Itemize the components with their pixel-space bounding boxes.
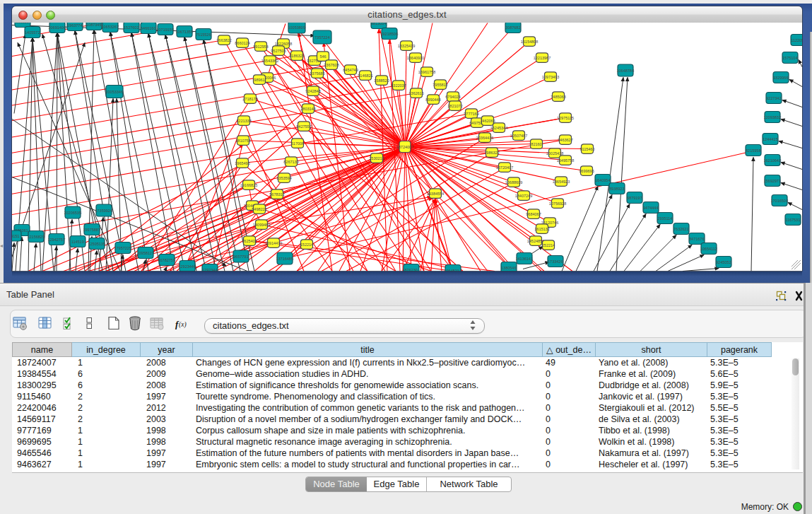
svg-text:12213967: 12213967 [534,55,551,59]
svg-text:10654112: 10654112 [700,246,717,250]
svg-text:16543362: 16543362 [261,58,278,62]
svg-text:1963774: 1963774 [67,23,82,27]
svg-text:8912954: 8912954 [253,44,268,48]
svg-text:8322037: 8322037 [391,83,406,87]
svg-text:7955812: 7955812 [433,82,447,86]
svg-text:7663822: 7663822 [216,37,231,42]
svg-text:1244415: 1244415 [763,136,777,141]
svg-text:16210643: 16210643 [764,158,781,162]
svg-text:546: 546 [319,54,326,58]
svg-text:12156829: 12156829 [28,234,45,238]
svg-text:8990443: 8990443 [425,97,440,101]
svg-text:1588520: 1588520 [374,78,389,82]
svg-text:20206535: 20206535 [64,210,81,214]
svg-text:1527602: 1527602 [124,25,139,29]
svg-text:2367608: 2367608 [324,62,339,66]
svg-text:10507487: 10507487 [510,133,527,137]
svg-text:1733426: 1733426 [548,259,563,263]
svg-text:10671355: 10671355 [176,29,193,33]
svg-text:14099489: 14099489 [253,222,270,226]
svg-text:1362615: 1362615 [408,90,423,95]
svg-text:6466160: 6466160 [141,25,155,30]
svg-text:5678312: 5678312 [269,192,284,196]
svg-text:12505135: 12505135 [88,241,105,245]
svg-text:8660124: 8660124 [235,40,249,45]
svg-text:10053809: 10053809 [288,25,305,29]
svg-text:252214: 252214 [542,243,555,247]
svg-text:18407249: 18407249 [515,193,532,197]
svg-text:8186323: 8186323 [289,53,304,57]
svg-text:1640954: 1640954 [595,177,610,182]
svg-text:(x): (x) [179,321,187,329]
svg-text:7625402: 7625402 [242,238,257,243]
svg-text:6879197: 6879197 [627,195,642,199]
svg-text:19218506: 19218506 [381,31,398,35]
svg-text:10688609: 10688609 [505,180,522,184]
svg-text:7485063: 7485063 [551,94,565,98]
svg-text:8813054: 8813054 [371,23,386,25]
svg-text:16245344: 16245344 [490,125,507,129]
svg-text:2718170: 2718170 [242,96,257,100]
svg-text:15495758: 15495758 [557,158,574,162]
svg-text:1122054: 1122054 [791,37,802,42]
svg-text:19166825: 19166825 [240,182,257,187]
svg-text:12975115: 12975115 [557,115,574,119]
svg-text:8454749: 8454749 [343,67,358,71]
svg-text:10973493: 10973493 [542,74,559,78]
svg-text:152214: 152214 [300,242,313,246]
svg-text:15720407: 15720407 [496,165,513,169]
svg-text:16782759: 16782759 [158,257,175,262]
svg-text:1380546: 1380546 [501,265,516,269]
svg-text:9463627: 9463627 [558,137,572,141]
svg-text:10719155: 10719155 [157,27,174,31]
svg-text:20691406: 20691406 [49,25,66,29]
svg-text:10958127: 10958127 [137,250,154,255]
svg-text:876230: 876230 [405,267,418,271]
svg-text:19975887: 19975887 [83,227,100,231]
svg-text:13325419: 13325419 [398,43,415,47]
svg-text:5498222: 5498222 [252,206,266,211]
svg-text:114519: 114519 [71,239,84,243]
svg-text:964521: 964521 [447,268,459,271]
svg-text:12923446: 12923446 [179,264,196,268]
svg-text:1965495: 1965495 [235,160,249,165]
svg-text:517006: 517006 [291,141,304,145]
svg-text:17957225: 17957225 [114,245,131,250]
svg-text:13654923: 13654923 [553,179,570,183]
svg-text:9699695: 9699695 [579,168,594,173]
svg-text:7515526: 7515526 [196,32,211,36]
svg-text:2530213: 2530213 [369,156,384,160]
svg-text:18724007: 18724007 [396,144,413,148]
svg-text:12942757: 12942757 [48,237,65,241]
svg-text:9245052: 9245052 [716,259,731,264]
svg-text:15692971: 15692971 [764,178,781,182]
svg-text:1821072: 1821072 [447,103,462,107]
svg-text:7462066: 7462066 [480,118,495,122]
svg-text:2087682: 2087682 [505,25,520,29]
svg-text:9684067: 9684067 [526,211,541,216]
svg-text:1575104: 1575104 [782,55,797,59]
svg-text:9657791: 9657791 [233,254,248,258]
svg-text:1615132: 1615132 [534,226,549,230]
svg-text:9329966: 9329966 [773,75,788,79]
svg-text:6794024: 6794024 [445,94,460,98]
svg-text:10648784: 10648784 [617,68,634,72]
svg-text:16961758: 16961758 [418,69,435,74]
svg-text:13716485: 13716485 [276,256,293,260]
svg-text:10025438: 10025438 [546,151,563,155]
svg-text:17359924: 17359924 [95,208,112,212]
svg-text:7632621: 7632621 [673,226,688,230]
svg-text:7357224: 7357224 [314,35,329,39]
svg-text:9146821: 9146821 [358,73,372,77]
svg-text:10653267: 10653267 [102,24,119,28]
svg-text:9474444: 9474444 [643,205,658,209]
svg-text:1810755: 1810755 [235,138,250,142]
svg-text:9375685: 9375685 [310,71,324,75]
svg-text:9227342: 9227342 [766,95,781,100]
svg-text:14136141: 14136141 [516,256,533,260]
svg-text:19384554: 19384554 [427,191,444,195]
svg-text:1221338: 1221338 [236,118,251,122]
svg-text:20364436: 20364436 [476,135,493,139]
svg-text:1167531: 1167531 [785,217,800,221]
svg-text:2935114: 2935114 [657,216,672,220]
